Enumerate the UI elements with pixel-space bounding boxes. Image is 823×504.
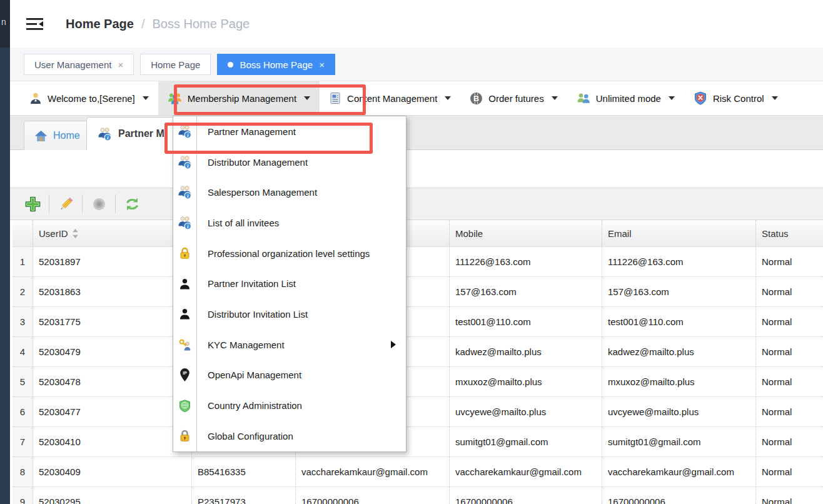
table-row[interactable]: 252031863157@163.com157@163.comNormal bbox=[13, 277, 823, 307]
table-row[interactable]: 352031775test001@110.comtest001@110.comN… bbox=[13, 307, 823, 337]
column-header-mobile: Mobile bbox=[450, 220, 602, 246]
column-header-label: UserID bbox=[39, 228, 68, 239]
caret-down-icon bbox=[552, 96, 558, 100]
dropdown-item-country-administration[interactable]: Country Administration bbox=[173, 390, 406, 421]
email-cell: 111226@163.com bbox=[602, 247, 756, 276]
caret-down-icon bbox=[772, 96, 778, 100]
tab-label: Home bbox=[53, 130, 80, 141]
user-id-cell: 52030410 bbox=[33, 427, 192, 456]
menubar-item-label: Welcome to,[Serene] bbox=[48, 93, 135, 104]
dropdown-item-professional-organization-level-settings[interactable]: Professional organization level settings bbox=[173, 238, 406, 269]
main-area: Home Page / Boss Home Page User Manageme… bbox=[10, 0, 823, 504]
email-cell: 157@163.com bbox=[602, 277, 756, 306]
dropdown-item-openapi-management[interactable]: IPOpenApi Management bbox=[173, 360, 406, 391]
row-number: 1 bbox=[13, 247, 33, 276]
table-row[interactable]: 752030410sumitgt01@gmail.comsumitgt01@gm… bbox=[13, 427, 823, 457]
email-cell: mxuxoz@mailto.plus bbox=[602, 367, 756, 396]
dropdown-item-partner-management[interactable]: iPartner Management bbox=[173, 116, 406, 147]
tab-label: User Management bbox=[34, 59, 111, 70]
module-tab-strip: Home i Partner M bbox=[10, 116, 823, 150]
page-tab-boss-home-page[interactable]: Boss Home Page× bbox=[217, 54, 335, 75]
tab-label: Home Page bbox=[151, 59, 200, 70]
tab-partner-management[interactable]: i Partner M bbox=[86, 117, 175, 150]
edit-icon bbox=[58, 196, 74, 213]
email-cell: uvcyewe@mailto.plus bbox=[602, 397, 756, 426]
menubar-item-order-futures[interactable]: BOrder futures bbox=[460, 81, 567, 115]
status-cell: Normal bbox=[756, 487, 823, 504]
caret-down-icon bbox=[304, 96, 310, 100]
dropdown-item-distributor-invitation-list[interactable]: Distributor Invitation List bbox=[173, 299, 406, 330]
submenu-arrow-icon bbox=[391, 341, 396, 348]
top-header: Home Page / Boss Home Page bbox=[10, 0, 823, 48]
status-cell: Normal bbox=[756, 397, 823, 426]
table-row[interactable]: 552030478mxuxoz@mailto.plusmxuxoz@mailto… bbox=[13, 367, 823, 397]
row-number: 9 bbox=[13, 487, 33, 504]
refresh-icon bbox=[124, 197, 140, 211]
email-cell: test001@110.com bbox=[602, 307, 756, 336]
close-icon[interactable]: × bbox=[319, 59, 325, 70]
dropdown-item-label: Distributor Management bbox=[196, 147, 406, 178]
column-header-col0 bbox=[13, 220, 33, 246]
column-header-label: Mobile bbox=[455, 228, 483, 239]
dropdown-item-kyc-management[interactable]: KYC Management bbox=[173, 330, 406, 360]
dropdown-item-distributor-management[interactable]: iDistributor Management bbox=[173, 147, 406, 178]
user-id-cell: 52030477 bbox=[33, 397, 192, 426]
dropdown-item-global-configuration[interactable]: Global Configuration bbox=[173, 421, 406, 451]
dropdown-item-label: Professional organization level settings bbox=[196, 238, 406, 269]
members-info-icon: i bbox=[173, 177, 196, 208]
svg-text:B: B bbox=[473, 94, 479, 103]
user-id-cell: 52030478 bbox=[33, 367, 192, 396]
user-id-cell: 52030295 bbox=[33, 487, 192, 504]
membership-management-dropdown: iPartner ManagementiDistributor Manageme… bbox=[173, 116, 406, 452]
email-cell: 16700000006 bbox=[602, 487, 756, 504]
person-icon bbox=[173, 268, 196, 299]
user-id-cell: 52030409 bbox=[33, 457, 192, 486]
row-number: 2 bbox=[13, 277, 33, 306]
page-tab-strip: User Management×Home PageBoss Home Page× bbox=[10, 48, 823, 81]
dropdown-item-label: Partner Invitation List bbox=[196, 268, 406, 299]
disabled-button[interactable] bbox=[85, 191, 113, 216]
app-window: n Home Page / Boss Home Page User Manage… bbox=[0, 0, 823, 504]
menubar-item-risk-control[interactable]: Risk Control bbox=[684, 81, 787, 115]
page-tab-home-page[interactable]: Home Page bbox=[140, 54, 211, 75]
tab-home[interactable]: Home bbox=[24, 121, 91, 150]
menubar-item-content-management[interactable]: Content Management bbox=[320, 81, 460, 115]
column-header-email: Email bbox=[602, 220, 756, 246]
sort-icon[interactable] bbox=[72, 229, 79, 238]
breadcrumb-separator: / bbox=[141, 17, 145, 31]
menubar-item-label: Unlimited mode bbox=[596, 93, 661, 104]
table-row[interactable]: 952030295P235179731670000000616700000006… bbox=[13, 487, 823, 504]
menubar-item-welcome-to-serene[interactable]: Welcome to,[Serene] bbox=[20, 81, 158, 115]
refresh-button[interactable] bbox=[118, 191, 146, 216]
globe-shield-icon bbox=[173, 390, 196, 421]
table-header-row: UserIDMobileEmailStatus bbox=[13, 220, 823, 247]
menubar-item-membership-management[interactable]: Membership Management bbox=[158, 81, 320, 115]
add-icon bbox=[24, 196, 41, 213]
menu-fold-icon[interactable] bbox=[26, 18, 43, 31]
caret-down-icon bbox=[143, 96, 149, 100]
column-header-userid[interactable]: UserID bbox=[33, 220, 192, 246]
menubar-item-unlimited-mode[interactable]: Unlimited mode bbox=[567, 81, 684, 115]
mobile-cell: 111226@163.com bbox=[450, 247, 602, 276]
menubar-item-label: Order futures bbox=[488, 93, 543, 104]
caret-down-icon bbox=[669, 96, 675, 100]
table-row[interactable]: 152031897111226@163.com111226@163.comNor… bbox=[13, 247, 823, 277]
table-row[interactable]: 652030477uvcyewe@mailto.plusuvcyewe@mail… bbox=[13, 397, 823, 427]
collapsed-sidebar[interactable]: n bbox=[0, 0, 10, 504]
table-row[interactable]: 852030409B85416335vaccharekamkaur@gmail.… bbox=[13, 457, 823, 487]
dropdown-item-salesperson-management[interactable]: iSalesperson Management bbox=[173, 177, 406, 208]
dropdown-item-list-of-all-invitees[interactable]: iList of all invitees bbox=[173, 208, 406, 238]
close-icon[interactable]: × bbox=[118, 59, 123, 70]
members-info-icon: i bbox=[173, 147, 196, 178]
dropdown-item-partner-invitation-list[interactable]: Partner Invitation List bbox=[173, 268, 406, 299]
page-tab-user-management[interactable]: User Management× bbox=[24, 54, 134, 75]
row-number: 8 bbox=[13, 457, 33, 486]
add-button[interactable] bbox=[19, 191, 46, 216]
edit-button[interactable] bbox=[52, 191, 79, 216]
padlock-icon bbox=[173, 238, 196, 269]
dropdown-item-label: List of all invitees bbox=[196, 208, 406, 238]
table-row[interactable]: 452030479kadwez@mailto.pluskadwez@mailto… bbox=[13, 337, 823, 367]
search-form: Partner number: User ID Search bbox=[10, 150, 823, 188]
row-number: 6 bbox=[13, 397, 33, 426]
breadcrumb-item[interactable]: Home Page bbox=[66, 17, 134, 31]
